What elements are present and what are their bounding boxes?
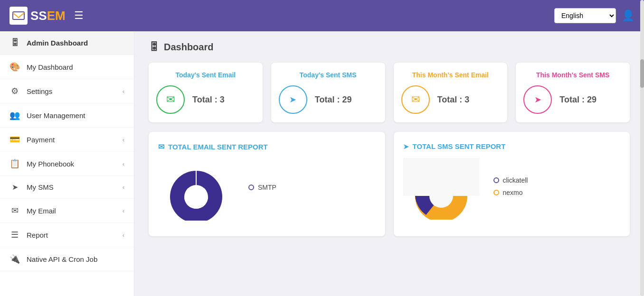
scrollbar-track[interactable] [640, 31, 644, 296]
stat-circle-email: ✉ [156, 85, 185, 114]
dashboard-header-icon: 🎛 [149, 41, 159, 53]
sidebar-item-payment[interactable]: 💳 Payment ‹ [0, 128, 134, 152]
legend-dot-clickatell [493, 177, 499, 183]
chevron-left-icon: ‹ [123, 88, 124, 95]
chevron-left-icon: ‹ [123, 136, 124, 143]
logo-text: SSEM [30, 9, 66, 23]
payment-icon: 💳 [9, 134, 20, 145]
sidebar-item-label: My SMS [27, 183, 116, 191]
stat-body: ➤ Total : 29 [279, 85, 378, 114]
my-dashboard-icon: 🎨 [9, 62, 20, 72]
stat-circle-month-sms: ➤ [523, 85, 552, 114]
chart-title-sms: ➤ TOTAL SMS SENT REPORT [403, 142, 621, 150]
sidebar-item-label: Settings [27, 87, 116, 95]
chart-title-email: ✉ TOTAL EMAIL SENT REPORT [158, 142, 376, 151]
chevron-left-icon: ‹ [123, 160, 124, 167]
stat-title-month-email: This Month's Sent Email [401, 71, 500, 79]
stat-title-month-sms: This Month's Sent SMS [523, 71, 622, 79]
email-legend: SMTP [248, 184, 276, 191]
stat-card-month-sms: This Month's Sent SMS ➤ Total : 29 [516, 63, 630, 122]
stat-card-today-email: Today's Sent Email ✉ Total : 3 [149, 63, 263, 122]
chevron-left-icon: ‹ [123, 231, 124, 239]
sidebar-item-label: My Phonebook [27, 160, 116, 168]
logo-area: SSEM [9, 7, 66, 25]
sidebar-item-my-email[interactable]: ✉ My Email ‹ [0, 199, 134, 223]
users-icon: 👥 [9, 110, 20, 120]
sidebar-item-label: Report [27, 231, 116, 239]
logo-icon [9, 7, 28, 25]
stat-circle-sms: ➤ [279, 85, 307, 114]
sms-legend: clickatell nexmo [493, 176, 528, 196]
email-icon: ✉ [9, 205, 20, 216]
navbar-right: English French Spanish 👤 [554, 8, 635, 23]
report-icon: ☰ [9, 230, 20, 240]
legend-item-smtp: SMTP [248, 184, 276, 191]
charts-row: ✉ TOTAL EMAIL SENT REPORT [134, 132, 644, 246]
sidebar-item-native-api[interactable]: 🔌 Native API & Cron Job [0, 247, 134, 271]
chart-card-email: ✉ TOTAL EMAIL SENT REPORT [149, 132, 385, 236]
sidebar-item-report[interactable]: ☰ Report ‹ [0, 223, 134, 247]
phonebook-icon: 📋 [9, 158, 20, 169]
stat-body: ✉ Total : 3 [401, 85, 500, 114]
stats-row: Today's Sent Email ✉ Total : 3 Today's S… [134, 58, 644, 132]
legend-dot-nexmo [493, 190, 499, 195]
stat-body: ✉ Total : 3 [156, 85, 255, 114]
page-title: Dashboard [164, 42, 213, 53]
stat-body: ➤ Total : 29 [523, 85, 622, 114]
sidebar-item-my-phonebook[interactable]: 📋 My Phonebook ‹ [0, 152, 134, 176]
legend-label-smtp: SMTP [258, 184, 276, 191]
stat-title-today-email: Today's Sent Email [156, 71, 255, 79]
stat-circle-month-email: ✉ [401, 85, 430, 114]
legend-label-nexmo: nexmo [503, 189, 523, 196]
sms-donut [403, 158, 479, 215]
sidebar: 🎛 Admin Dashboard 🎨 My Dashboard ⚙ Setti… [0, 31, 134, 296]
legend-item-nexmo: nexmo [493, 189, 528, 196]
chevron-left-icon: ‹ [123, 184, 124, 191]
sidebar-item-label: Native API & Cron Job [27, 255, 124, 263]
page-header: 🎛 Dashboard [134, 31, 644, 58]
sidebar-item-label: My Dashboard [27, 63, 124, 71]
navbar-left: SSEM ☰ [9, 7, 84, 25]
sidebar-item-label: Payment [27, 136, 116, 144]
sidebar-item-label: My Email [27, 207, 116, 215]
sidebar-item-label: Admin Dashboard [27, 39, 124, 47]
settings-icon: ⚙ [9, 86, 20, 96]
chart-title-label: TOTAL EMAIL SENT REPORT [168, 143, 268, 151]
sidebar-item-admin-dashboard[interactable]: 🎛 Admin Dashboard [0, 31, 134, 55]
stat-title-today-sms: Today's Sent SMS [279, 71, 378, 79]
sidebar-item-my-sms[interactable]: ➤ My SMS ‹ [0, 176, 134, 199]
navbar: SSEM ☰ English French Spanish 👤 [0, 0, 644, 31]
legend-dot-smtp [248, 185, 254, 190]
sms-icon: ➤ [9, 183, 20, 192]
main-content: 🎛 Dashboard Today's Sent Email ✉ Total :… [134, 31, 644, 296]
api-icon: 🔌 [9, 254, 20, 264]
legend-label-clickatell: clickatell [503, 176, 528, 184]
user-avatar-icon[interactable]: 👤 [622, 9, 635, 22]
scrollbar-thumb[interactable] [640, 59, 644, 88]
legend-item-clickatell: clickatell [493, 176, 528, 184]
svg-point-9 [429, 184, 453, 208]
stat-total-month-sms: Total : 29 [559, 95, 597, 105]
chart-title-label: TOTAL SMS SENT REPORT [413, 142, 506, 150]
sidebar-item-user-management[interactable]: 👥 User Management [0, 103, 134, 128]
sidebar-item-label: User Management [27, 111, 124, 120]
sms-chart-icon: ➤ [403, 143, 409, 150]
chart-body-sms: clickatell nexmo [403, 158, 621, 215]
svg-rect-0 [13, 12, 24, 19]
sidebar-item-my-dashboard[interactable]: 🎨 My Dashboard [0, 55, 134, 79]
email-donut [158, 159, 234, 216]
stat-card-month-email: This Month's Sent Email ✉ Total : 3 [394, 63, 508, 122]
sidebar-item-settings[interactable]: ⚙ Settings ‹ [0, 79, 134, 103]
stat-total-today-sms: Total : 29 [315, 95, 352, 105]
email-chart-icon: ✉ [158, 142, 164, 151]
language-select[interactable]: English French Spanish [554, 8, 616, 23]
chevron-left-icon: ‹ [123, 207, 124, 214]
stat-total-month-email: Total : 3 [437, 95, 470, 105]
main-layout: 🎛 Admin Dashboard 🎨 My Dashboard ⚙ Setti… [0, 31, 644, 296]
chart-body-email: SMTP [158, 159, 376, 216]
chart-card-sms: ➤ TOTAL SMS SENT REPORT [394, 132, 630, 236]
hamburger-button[interactable]: ☰ [74, 9, 84, 22]
stat-card-today-sms: Today's Sent SMS ➤ Total : 29 [271, 63, 385, 122]
stat-total-today-email: Total : 3 [192, 95, 225, 105]
dashboard-icon: 🎛 [9, 38, 20, 48]
